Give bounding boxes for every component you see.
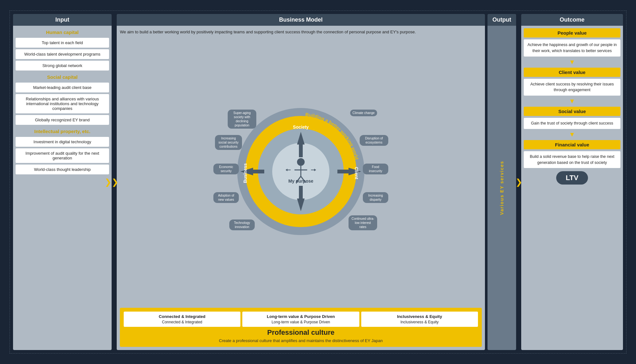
cell-subtitle-3: Inclusiveness & Equity [364, 320, 475, 324]
svg-text:Client: Client [354, 167, 359, 179]
cell-title-3: Inclusiveness & Equity [364, 314, 475, 319]
outcome-arrow-3: ▼ [524, 131, 620, 138]
client-value-header: Client value [524, 68, 620, 77]
disruption-label: Disruption of ecosystems [360, 135, 388, 146]
svg-text:Business: Business [243, 163, 248, 183]
business-model-header: Business Model [117, 14, 485, 26]
economic-security-label: Economic security [213, 164, 239, 174]
professional-culture-box: Connected & Integrated Connected & Integ… [120, 308, 482, 347]
human-capital-title: Human capital [16, 28, 109, 36]
left-nav-arrow[interactable]: ❯❯ [105, 177, 119, 187]
circle-diagram-area: Society Business Client Building a bette… [120, 38, 482, 306]
output-body: Various EY services [487, 26, 516, 350]
cell-subtitle-2: Long-term value & Purpose Driven [245, 320, 356, 324]
social-capital-item-1: Market-leading audit client base [16, 83, 109, 92]
super-aging-label: Super-aging society with declining popul… [228, 110, 256, 129]
new-values-label: Adoption of new values [213, 192, 239, 203]
human-capital-item-3: Strong global network [16, 61, 109, 71]
human-capital-item-1: Top talent in each field [16, 38, 109, 48]
output-vertical-text: Various EY services [499, 161, 504, 215]
financial-value-desc: Build a solid revenue base to help raise… [524, 151, 620, 168]
human-capital-section: Human capital Top talent in each field W… [16, 28, 109, 71]
prof-culture-cell-3: Inclusiveness & Equity Inclusiveness & E… [361, 312, 478, 327]
social-value-desc: Gain the trust of society through client… [524, 118, 620, 129]
low-interest-label: Continued ultra-low interest rates [349, 215, 377, 230]
my-purpose-label: My purpose [288, 179, 314, 184]
intellectual-section: Intellectual property, etc. Investment i… [16, 127, 109, 174]
social-value-header: Social value [524, 107, 620, 116]
business-body: We aim to build a better working world b… [117, 26, 485, 350]
tech-innovation-label: Technology innovation [229, 219, 255, 230]
people-value-desc: Achieve the happiness and growth of our … [524, 39, 620, 57]
svg-point-12 [297, 158, 305, 166]
human-capital-item-2: World-class talent development programs [16, 49, 109, 59]
intellectual-item-1: Investment in digital technology [16, 137, 109, 147]
cell-subtitle-1: Connected & Integrated [126, 320, 238, 324]
input-column: Input Human capital Top talent in each f… [13, 14, 112, 350]
social-capital-section: Social capital Market-leading audit clie… [16, 73, 109, 125]
outcome-body: People value Achieve the happiness and g… [521, 26, 623, 350]
outcome-arrow-1: ▼ [524, 58, 620, 66]
cell-title-2: Long-term value & Purpose Driven [245, 314, 356, 319]
input-header: Input [13, 14, 112, 26]
prof-culture-cells: Connected & Integrated Connected & Integ… [124, 312, 478, 327]
social-capital-item-2: Relationships and alliances with various… [16, 94, 109, 113]
cell-title-1: Connected & Integrated [126, 314, 238, 319]
input-body: Human capital Top talent in each field W… [13, 26, 112, 350]
prof-culture-subtitle: Create a professional culture that ampli… [124, 338, 478, 343]
outcome-column: Outcome People value Achieve the happine… [521, 14, 623, 350]
ltv-badge: LTV [556, 171, 588, 185]
outcome-header: Outcome [521, 14, 623, 26]
svg-text:Society: Society [293, 125, 309, 130]
svg-rect-10 [337, 170, 350, 173]
client-value-desc: Achieve client success by resolving thei… [524, 79, 620, 96]
main-container: Input Human capital Top talent in each f… [10, 10, 626, 354]
output-header: Output [487, 14, 516, 26]
prof-culture-title: Professional culture [124, 328, 478, 337]
prof-culture-cell-2: Long-term value & Purpose Driven Long-te… [242, 312, 359, 327]
people-value-header: People value [524, 28, 620, 37]
output-column: Output Various EY services [487, 14, 516, 350]
social-capital-title: Social capital [16, 73, 109, 81]
business-column: Business Model We aim to build a better … [117, 14, 485, 350]
svg-rect-8 [252, 170, 264, 173]
business-intro: We aim to build a better working world b… [120, 29, 482, 35]
disparity-label: Increasing disparity [363, 192, 388, 203]
financial-value-header: Financial value [524, 140, 620, 149]
svg-rect-6 [299, 186, 303, 199]
food-insecurity-label: Food insecurity [363, 164, 388, 174]
social-capital-item-3: Globally recognized EY brand [16, 115, 109, 125]
intellectual-item-3: World-class thought leadership [16, 165, 109, 174]
prof-culture-cell-1: Connected & Integrated Connected & Integ… [124, 312, 240, 327]
social-security-label: Increasing social security contributions [215, 135, 242, 150]
outcome-arrow-2: ▼ [524, 98, 620, 105]
climate-change-label: Climate change [350, 110, 377, 116]
right-nav-arrow[interactable]: ❯ [515, 177, 522, 187]
intellectual-title: Intellectual property, etc. [16, 127, 109, 135]
intellectual-item-2: Improvement of audit quality for the nex… [16, 148, 109, 163]
